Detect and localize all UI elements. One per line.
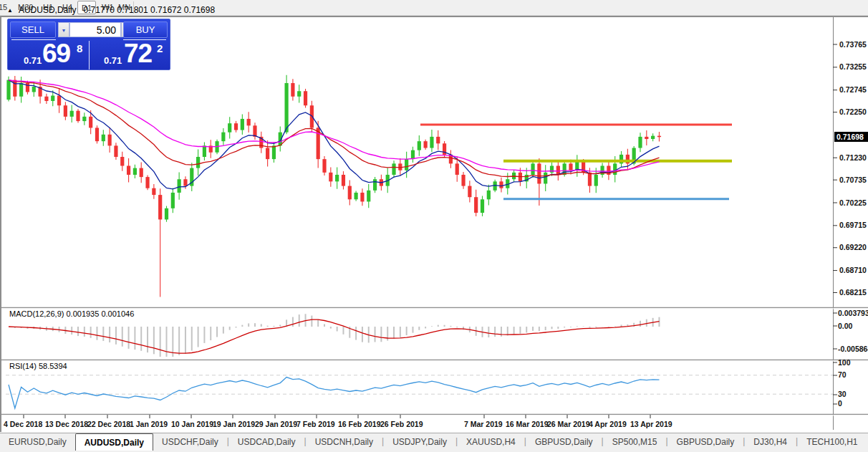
- candle-body: [322, 159, 326, 173]
- candle-body: [221, 133, 225, 141]
- candle-body: [392, 163, 395, 175]
- date-axis-label: 7 Mar 2019: [464, 420, 503, 428]
- candle-body: [127, 165, 130, 174]
- tab-gbpusd-daily[interactable]: GBPUSD,Daily: [526, 433, 602, 451]
- current-price-badge: 0.71698: [834, 132, 868, 142]
- date-axis-label: 16 Mar 2019: [506, 420, 549, 428]
- sell-button[interactable]: SELL: [10, 21, 56, 38]
- buy-price[interactable]: 0.71 72 2: [91, 41, 170, 69]
- candle-body: [537, 163, 541, 183]
- candle-body: [32, 87, 36, 92]
- sell-price-prefix: 0.71: [24, 55, 42, 66]
- candle-body: [44, 97, 48, 101]
- candle-body: [76, 111, 79, 121]
- candle-body: [335, 175, 339, 181]
- candle-body: [329, 173, 332, 181]
- tab-dj30-h4[interactable]: DJ30,H4: [745, 433, 796, 451]
- candle-body: [291, 83, 294, 97]
- candle-body: [171, 193, 175, 208]
- candle-body: [140, 168, 143, 177]
- collapse-indicator-icon[interactable]: ▲: [7, 7, 13, 14]
- one-click-trading-panel: SELL ▼ 5.00 ▲ BUY 0.71 69 8 0.71 72 2: [7, 19, 170, 70]
- candle-body: [272, 145, 276, 159]
- date-axis-label: 4 Dec 2018: [4, 420, 42, 428]
- price-axis-label: 0.70735: [839, 175, 867, 184]
- candle-body: [613, 163, 617, 175]
- tab-xauusd-h4[interactable]: XAUUSD,H4: [458, 433, 524, 451]
- candle-body: [638, 137, 642, 148]
- tab-eurusd-daily[interactable]: EURUSD,Daily: [0, 433, 75, 451]
- candle-body: [178, 179, 181, 193]
- rsi-axis-label: 100: [838, 358, 851, 367]
- volume-decrease-button[interactable]: ▼: [58, 22, 69, 37]
- buy-price-pip: 2: [157, 42, 163, 54]
- date-axis-label: 29 Jan 2019: [255, 420, 297, 428]
- rsi-line: [9, 378, 660, 408]
- price-axis-label: 0.72745: [839, 85, 867, 94]
- sell-price[interactable]: 0.71 69 8: [8, 41, 88, 69]
- tab-usdcnh-daily[interactable]: USDCNH,Daily: [307, 433, 382, 451]
- macd-label: MACD(12,26,9) 0.001935 0.001046: [9, 309, 134, 318]
- candle-body: [373, 179, 377, 191]
- date-axis-label: 26 Feb 2019: [380, 420, 423, 428]
- candle-body: [108, 135, 112, 146]
- candle-body: [284, 83, 288, 133]
- tab-audusd-daily[interactable]: AUDUSD,Daily: [75, 433, 153, 451]
- candle-body: [487, 191, 491, 199]
- candle-body: [474, 197, 478, 213]
- candle-body: [89, 117, 92, 128]
- date-axis-label: 22 Dec 2018: [87, 420, 130, 428]
- date-axis-label: 16 Feb 2019: [338, 420, 381, 428]
- tab-usdchf-daily[interactable]: USDCHF,Daily: [153, 433, 227, 451]
- price-axis-label: 0.71230: [839, 153, 867, 162]
- buy-button[interactable]: BUY: [123, 21, 168, 38]
- candle-body: [247, 119, 251, 125]
- tab-tech100-h1[interactable]: TECH100,H1: [798, 433, 866, 451]
- candle-body: [145, 177, 149, 188]
- candle-body: [26, 83, 29, 92]
- candle-body: [424, 141, 428, 148]
- date-axis-label: 13 Dec 2018: [45, 420, 88, 428]
- candle-body: [657, 136, 661, 138]
- candle-body: [152, 188, 155, 195]
- candle-body: [594, 175, 598, 186]
- candle-body: [95, 128, 99, 141]
- candle-body: [461, 175, 465, 186]
- date-axis-label: 4 Apr 2019: [589, 420, 627, 428]
- tab-usdcad-daily[interactable]: USDCAD,Daily: [229, 433, 304, 451]
- rsi-axis-label: 0: [838, 399, 842, 408]
- price-axis-label: 0.69220: [839, 243, 867, 251]
- candle-body: [348, 186, 352, 200]
- candle-body: [481, 199, 484, 213]
- candle-body: [455, 163, 459, 175]
- date-axis-label: 19 Jan 2019: [213, 420, 255, 428]
- buy-price-prefix: 0.71: [104, 55, 122, 66]
- date-axis-label: 7 Feb 2019: [296, 420, 335, 428]
- tab-gbpusd-daily[interactable]: GBPUSD,Daily: [668, 433, 743, 451]
- candle-body: [430, 137, 433, 148]
- candle-body: [544, 173, 547, 184]
- tab-sp500-m15[interactable]: SP500,M15: [604, 433, 666, 451]
- price-divider: [89, 41, 90, 69]
- date-axis-label: 13 Apr 2019: [630, 420, 672, 428]
- rsi-label: RSI(14) 58.5394: [9, 362, 67, 370]
- candle-body: [120, 157, 124, 165]
- candle-body: [304, 91, 307, 105]
- candle-body: [57, 95, 61, 105]
- price-axis-label: 0.68710: [839, 266, 867, 274]
- candle-body: [405, 159, 408, 170]
- candle-body: [266, 148, 269, 160]
- candle-body: [234, 123, 238, 130]
- candle-body: [531, 163, 534, 175]
- candle-body: [203, 145, 206, 157]
- moving-average-line: [9, 80, 660, 189]
- macd-axis-label: 0.00: [838, 322, 852, 330]
- chart-title: ▲AUDUSD,Daily0.71770 0.71801 0.71672 0.7…: [7, 5, 215, 15]
- candle-body: [468, 186, 471, 198]
- volume-input[interactable]: 5.00: [69, 22, 121, 37]
- candle-body: [51, 95, 54, 100]
- rsi-axis-label: 70: [838, 370, 847, 379]
- candle-body: [183, 179, 187, 186]
- tab-usdjpy-daily[interactable]: USDJPY,Daily: [384, 433, 455, 451]
- candle-body: [563, 163, 566, 175]
